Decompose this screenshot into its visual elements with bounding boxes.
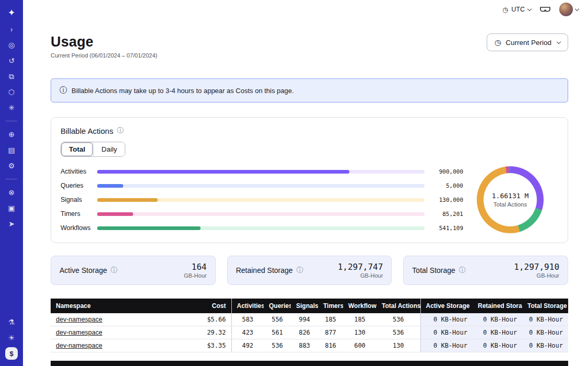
currency-dollar-icon[interactable]: $ [5, 347, 18, 360]
user-avatar [559, 3, 573, 16]
layers-icon[interactable]: ⧉ [4, 70, 19, 83]
stat-value: 164 [184, 262, 206, 272]
donut-chart: 1.66131 M Total Actions [477, 166, 544, 233]
namespaces-icon[interactable]: ◎ [4, 39, 19, 51]
bar-value: 85,201 [433, 211, 463, 218]
info-icon[interactable]: ⓘ [117, 126, 124, 135]
cell-signals: 994 [291, 313, 318, 326]
stat-value-block: 164GB-Hour [184, 262, 206, 279]
col-header-timers: Timers [318, 299, 343, 313]
cell-signals: 826 [291, 326, 318, 339]
cell-queries: 561 [264, 326, 291, 339]
page-content: Usage Current Period (06/01/2024 – 07/01… [23, 19, 588, 366]
stat-label: Total Storageⓘ [412, 266, 466, 275]
bar-fill [97, 226, 201, 230]
cell-workflows: 130 [343, 326, 377, 339]
cell-activities: 492 [231, 339, 264, 352]
namespace-link[interactable]: dev-namespace [56, 342, 102, 349]
billable-tabs: TotalDaily [61, 142, 125, 157]
goggles-icon[interactable] [539, 6, 551, 13]
theme-sun-icon[interactable]: ☀ [4, 331, 19, 344]
billable-actions-title: Billable Actions ⓘ [61, 126, 557, 135]
namespace-table: NamespaceCostActivitiesQueriesSignalsTim… [51, 299, 568, 352]
info-banner: ⓘ Billable Actions may take up to 3-4 ho… [51, 78, 568, 102]
info-icon[interactable]: ⓘ [297, 266, 303, 275]
stat-value-block: 1,297,910GB-Hour [514, 262, 559, 279]
cell-cost: $5.66 [184, 313, 231, 326]
stat-label-text: Active Storage [60, 266, 107, 274]
cell-timers: 816 [318, 339, 343, 352]
cell-activities: 583 [231, 313, 264, 326]
docs-icon[interactable]: ▣ [4, 202, 19, 214]
col-header-total-storage: Total Storage [522, 299, 568, 313]
bar-label: Timers [61, 210, 97, 218]
tab-daily[interactable]: Daily [93, 142, 125, 156]
stat-label: Active Storageⓘ [60, 266, 117, 275]
bar-row-workflows: Workflows541,109 [61, 224, 463, 232]
bar-fill [97, 184, 123, 188]
period-selector-button[interactable]: ◷ Current Period [487, 33, 568, 51]
table-header-row: NamespaceCostActivitiesQueriesSignalsTim… [51, 299, 568, 313]
col-header-workflows: Workflows [343, 299, 377, 313]
cell-workflows: 600 [343, 339, 377, 352]
topbar: ◷ UTC [23, 0, 588, 19]
col-header-activities: Activities [231, 299, 264, 313]
bar-row-queries: Queries5,000 [61, 182, 463, 189]
cell-retained-storage: 0 KB-Hour [473, 313, 522, 326]
stat-value: 1,297,747 [338, 262, 383, 272]
bar-fill [97, 212, 133, 216]
table-footer-bar [51, 361, 568, 366]
donut-total-value: 1.66131 M [492, 192, 528, 200]
support-icon[interactable]: ⊗ [4, 186, 19, 199]
cell-queries: 536 [264, 339, 291, 352]
bar-value: 900,000 [433, 168, 463, 175]
clock-icon: ◷ [502, 6, 508, 14]
bar-fill [97, 170, 349, 174]
history-icon[interactable]: ↺ [4, 54, 19, 67]
info-icon[interactable]: ⓘ [459, 266, 466, 275]
page-header: Usage Current Period (06/01/2024 – 07/01… [51, 33, 568, 59]
deployments-icon[interactable]: ⬡ [4, 86, 19, 98]
billing-icon[interactable]: ▤ [4, 144, 19, 156]
cell-active-storage: 0 KB-Hour [420, 313, 473, 326]
col-header-active-storage: Active Storage [420, 299, 473, 313]
bar-value: 541,109 [433, 225, 463, 232]
stopwatch-icon: ◷ [495, 38, 501, 47]
info-icon[interactable]: ⓘ [111, 266, 117, 275]
bar-label: Signals [61, 196, 97, 203]
cell-active-storage: 0 KB-Hour [420, 326, 473, 339]
bar-track [97, 170, 425, 174]
table-body: dev-namespace$5.665835569941851855360 KB… [51, 313, 568, 352]
globe-icon[interactable]: ⊕ [4, 128, 19, 141]
stat-card-total-storage: Total Storageⓘ1,297,910GB-Hour [403, 256, 568, 285]
cell-cost: 29.32 [184, 326, 231, 339]
sidebar-bottom: ⚗☀$ [0, 316, 23, 360]
timezone-selector[interactable]: ◷ UTC [502, 6, 531, 14]
table-row: dev-namespace$3.354925368838166001300 KB… [51, 339, 568, 352]
namespace-link[interactable]: dev-namespace [56, 329, 102, 336]
lab-flask-icon[interactable]: ⚗ [4, 316, 19, 328]
stat-label: Retained Storageⓘ [236, 266, 303, 275]
info-banner-text: Billable Actions may take up to 3-4 hour… [72, 87, 294, 95]
stat-unit: GB-Hour [514, 272, 559, 279]
col-header-total-actions: Total Actions [377, 299, 420, 313]
cell-namespace: dev-namespace [51, 313, 184, 326]
bar-track [97, 198, 425, 202]
donut-center: 1.66131 M Total Actions [484, 173, 537, 226]
cell-workflows: 185 [343, 313, 377, 326]
billable-bars: Activities900,000Queries5,000Signals130,… [61, 168, 463, 232]
namespace-link[interactable]: dev-namespace [56, 316, 102, 323]
donut-total-label: Total Actions [493, 201, 527, 208]
cell-namespace: dev-namespace [51, 326, 184, 339]
stat-card-retained-storage: Retained Storageⓘ1,297,747GB-Hour [227, 256, 392, 285]
user-menu[interactable] [559, 3, 579, 16]
collapse-chevron-icon[interactable]: › [4, 23, 19, 36]
cell-queries: 556 [264, 313, 291, 326]
settings-gear-icon[interactable]: ⚙ [4, 159, 19, 172]
temporal-logo-icon[interactable]: ✦ [4, 5, 19, 20]
cell-signals: 883 [291, 339, 318, 352]
tab-total[interactable]: Total [61, 142, 93, 156]
launch-icon[interactable]: ➤ [4, 218, 19, 230]
cell-total-storage: 0 KB-Hour [522, 313, 568, 326]
nexus-icon[interactable]: ✳ [4, 101, 19, 114]
